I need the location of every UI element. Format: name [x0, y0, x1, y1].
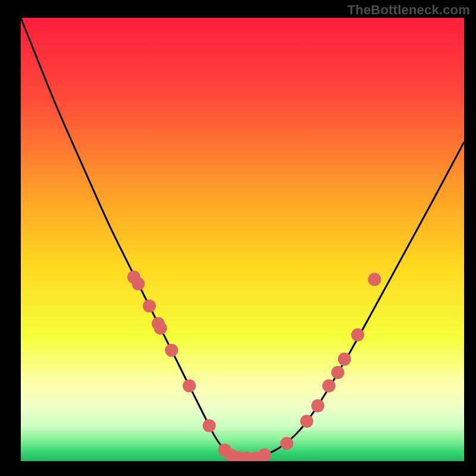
chart-marker: [143, 299, 156, 312]
chart-marker: [368, 273, 381, 286]
chart-marker: [280, 437, 293, 450]
chart-svg: [21, 18, 464, 461]
chart-marker: [165, 344, 178, 357]
chart-marker: [331, 366, 345, 379]
watermark-text: TheBottleneck.com: [347, 2, 470, 18]
chart-plot-area: [21, 18, 464, 461]
chart-marker: [351, 328, 364, 342]
chart-marker: [300, 415, 314, 428]
chart-marker: [338, 353, 351, 366]
chart-marker: [203, 419, 216, 432]
chart-marker: [183, 379, 196, 392]
chart-marker: [131, 277, 145, 290]
chart-marker: [322, 379, 336, 392]
chart-background-gradient: [21, 18, 464, 461]
chart-marker: [311, 399, 324, 412]
chart-stage: TheBottleneck.com: [0, 0, 476, 476]
chart-marker: [258, 449, 271, 461]
chart-marker: [154, 322, 167, 335]
